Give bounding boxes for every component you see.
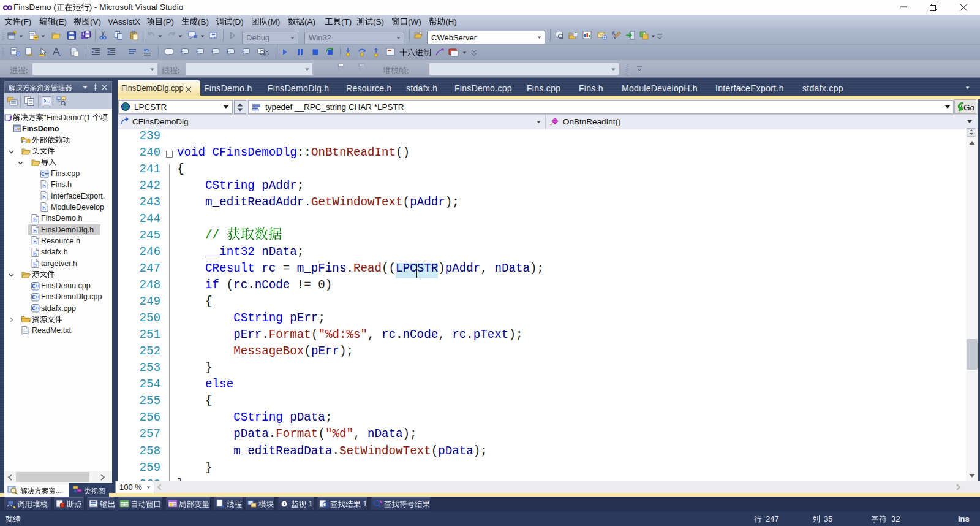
svg-text:h: h	[33, 261, 37, 267]
svg-text:h: h	[42, 205, 46, 212]
svg-text:h: h	[33, 250, 37, 256]
svg-text:h: h	[42, 194, 46, 200]
svg-text:h: h	[33, 239, 37, 245]
svg-text:h: h	[33, 216, 37, 223]
svg-text:h: h	[33, 228, 37, 234]
svg-text:h: h	[42, 183, 46, 189]
